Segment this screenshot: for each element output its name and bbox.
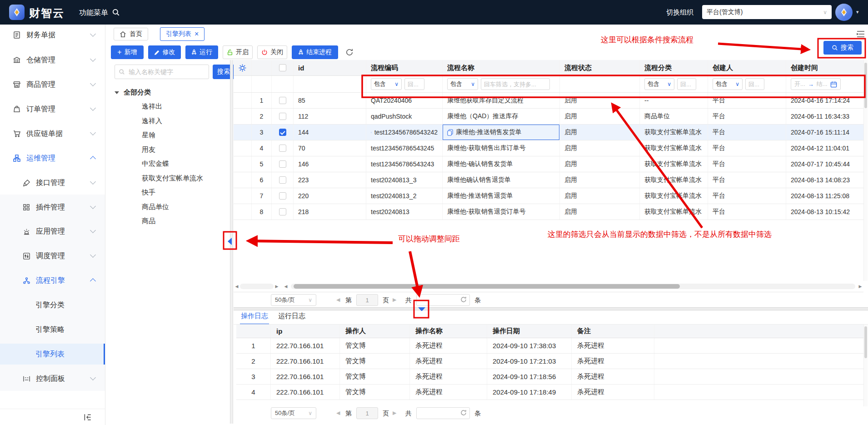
col-header-code[interactable]: 流程编码 <box>366 60 443 75</box>
avatar[interactable] <box>835 4 853 21</box>
avatar-caret-icon[interactable]: ▾ <box>856 9 859 15</box>
tree-root-all-categories[interactable]: 全部分类 <box>115 88 151 97</box>
sidebar-item-ops[interactable]: 运维管理 <box>0 148 105 169</box>
sidebar-item-supply-chain[interactable]: 供应链单据 <box>0 123 105 144</box>
log-col-date[interactable]: 操作日期 <box>487 325 572 338</box>
row-checkbox[interactable] <box>279 208 286 215</box>
filter-op-select-category[interactable]: 包含∨ <box>644 78 674 90</box>
sidebar-item-engine-strategy[interactable]: 引擎策略 <box>0 319 105 340</box>
sidebar-item-products[interactable]: 商品管理 <box>0 74 105 95</box>
close-icon[interactable]: × <box>195 30 199 38</box>
sidebar-item-engine-list[interactable]: 引擎列表 <box>0 344 105 365</box>
col-header-time[interactable]: 创建时间 <box>786 60 863 75</box>
select-all-checkbox[interactable] <box>279 64 286 71</box>
copy-icon[interactable] <box>447 129 453 136</box>
log-col-note[interactable]: 备注 <box>572 325 654 338</box>
table-row[interactable]: 2112qadPushStock康维他（QAD）推送库存启用商品单位平台2024… <box>234 109 863 125</box>
sidebar-item-finance-docs[interactable]: 财务单据 <box>0 25 105 45</box>
tree-item[interactable]: 商品单位 <box>142 203 169 211</box>
log-row[interactable]: 2222.70.166.101管文博杀死进程2024-09-10 17:21:0… <box>236 354 865 369</box>
splitter-collapse-left-handle[interactable] <box>228 238 232 245</box>
sidebar-item-warehouse[interactable]: 仓储管理 <box>0 50 105 70</box>
log-col-user[interactable]: 操作人 <box>340 325 410 338</box>
row-checkbox[interactable] <box>279 113 286 120</box>
tab-operation-log[interactable]: 操作日志 <box>240 312 269 325</box>
table-row[interactable]: 6223test20240813_3康维他确认销售退货单启用获取支付宝帐单流水平… <box>234 172 863 188</box>
scroll-left-icon[interactable]: ◀ <box>283 284 289 289</box>
table-row[interactable]: 185QAT20240406康维他获取库存自定义流程启用--平台2024-04-… <box>234 93 863 109</box>
col-header-category[interactable]: 流程分类 <box>640 60 708 75</box>
copy-icon[interactable] <box>371 129 372 136</box>
next-page-icon[interactable]: ▶ <box>393 297 396 303</box>
refresh-icon[interactable] <box>460 296 467 303</box>
log-row[interactable]: 1222.70.166.101管文博杀死进程2024-09-10 17:38:0… <box>236 338 865 354</box>
main-scroll-track[interactable] <box>291 284 855 289</box>
table-row[interactable]: 8218test20240813康维他-获取销售退货订单号启用获取支付宝帐单流水… <box>234 204 863 220</box>
table-row[interactable]: 470test123456786543245康维他-获取销售出库订单号启用获取支… <box>234 140 863 156</box>
log-vertical-scrollbar[interactable] <box>863 325 868 406</box>
refresh-icon[interactable] <box>460 409 467 416</box>
filter-input-code[interactable] <box>404 78 424 90</box>
tree-item[interactable]: 商品 <box>142 217 155 225</box>
add-button[interactable]: +新增 <box>111 45 144 59</box>
tab-home[interactable]: 首页 <box>114 28 148 40</box>
table-vertical-scrollbar[interactable] <box>863 60 868 281</box>
col-header-creator[interactable]: 创建人 <box>708 60 786 75</box>
prev-page-icon[interactable]: ◀ <box>336 410 340 416</box>
tree-item[interactable]: 逸祥入 <box>142 117 162 125</box>
tree-search-input[interactable] <box>128 68 198 76</box>
pinned-scroll-track[interactable] <box>240 284 274 289</box>
col-header-status[interactable]: 流程状态 <box>560 60 640 75</box>
filter-input-name[interactable] <box>481 78 550 90</box>
log-row[interactable]: 4222.70.166.101管文博杀死进程2024-09-10 17:18:4… <box>236 385 865 400</box>
sidebar-item-apps[interactable]: 应用管理 <box>0 221 105 242</box>
filter-op-select-creator[interactable]: 包含∨ <box>713 78 743 90</box>
edit-button[interactable]: 修改 <box>148 45 181 59</box>
scroll-right-icon[interactable]: ▶ <box>274 284 280 289</box>
sidebar-item-flow-engine[interactable]: 流程引擎 <box>0 270 105 291</box>
table-row-selected[interactable]: 3 144 test123456786543242 康维他-推送销售发货单 启用… <box>234 125 863 140</box>
search-icon[interactable] <box>112 8 120 16</box>
next-page-icon[interactable]: ▶ <box>393 410 396 416</box>
row-checkbox[interactable] <box>279 176 286 184</box>
tree-item[interactable]: 快手 <box>142 188 155 197</box>
collapse-sidebar-icon[interactable] <box>83 413 92 422</box>
tree-item[interactable]: 中宏金蝶 <box>142 160 169 168</box>
tab-run-log[interactable]: 运行日志 <box>277 312 306 324</box>
page-number-input[interactable] <box>356 294 378 306</box>
tree-item[interactable]: 用友 <box>142 145 155 154</box>
tree-search-box[interactable] <box>115 65 209 79</box>
row-checkbox[interactable] <box>279 97 286 104</box>
log-row[interactable]: 3222.70.166.101管文博杀死进程2024-09-10 17:18:5… <box>236 369 865 385</box>
log-col-ip[interactable]: ip <box>271 325 340 338</box>
sidebar-item-plugins[interactable]: 插件管理 <box>0 197 105 218</box>
scroll-left-icon[interactable]: ◀ <box>234 284 240 289</box>
row-checkbox-checked[interactable] <box>279 129 286 136</box>
table-row[interactable]: 7220test20240813_2康维他-推送销售退货单启用获取支付宝帐单流水… <box>234 188 863 204</box>
filter-input-creator[interactable] <box>745 78 764 90</box>
sidebar-item-scheduling[interactable]: 调度管理 <box>0 245 105 266</box>
sidebar-item-orders[interactable]: 订单管理 <box>0 99 105 120</box>
tree-item[interactable]: 星翰 <box>142 131 155 140</box>
sidebar-item-engine-category[interactable]: 引擎分类 <box>0 295 105 315</box>
filter-op-select-code[interactable]: 包含∨ <box>371 78 402 90</box>
close-button[interactable]: 关闭 <box>257 45 287 59</box>
filter-input-category[interactable] <box>677 78 696 90</box>
col-header-id[interactable]: id <box>294 60 366 75</box>
gear-icon[interactable] <box>234 60 252 75</box>
page-number-input[interactable] <box>356 407 378 419</box>
row-checkbox[interactable] <box>279 160 286 168</box>
tree-item[interactable]: 获取支付宝帐单流水 <box>142 174 203 183</box>
run-button[interactable]: 运行 <box>185 45 218 59</box>
page-size-select[interactable]: 50条/页∨ <box>271 294 316 306</box>
prev-page-icon[interactable]: ◀ <box>336 297 340 303</box>
menu-button[interactable]: 功能菜单 <box>79 8 108 18</box>
horizontal-splitter[interactable] <box>234 307 868 310</box>
sidebar-item-api[interactable]: 接口管理 <box>0 172 105 193</box>
open-button[interactable]: 开启 <box>223 45 253 59</box>
filter-date-range[interactable]: 开... → 结... <box>791 78 841 90</box>
sidebar-item-control-panel[interactable]: 控制面板 <box>0 368 105 389</box>
filter-op-select-name[interactable]: 包含∨ <box>447 78 478 90</box>
kill-process-button[interactable]: 结束进程 <box>292 45 338 59</box>
condition-search-button[interactable]: 搜索 <box>823 41 862 55</box>
